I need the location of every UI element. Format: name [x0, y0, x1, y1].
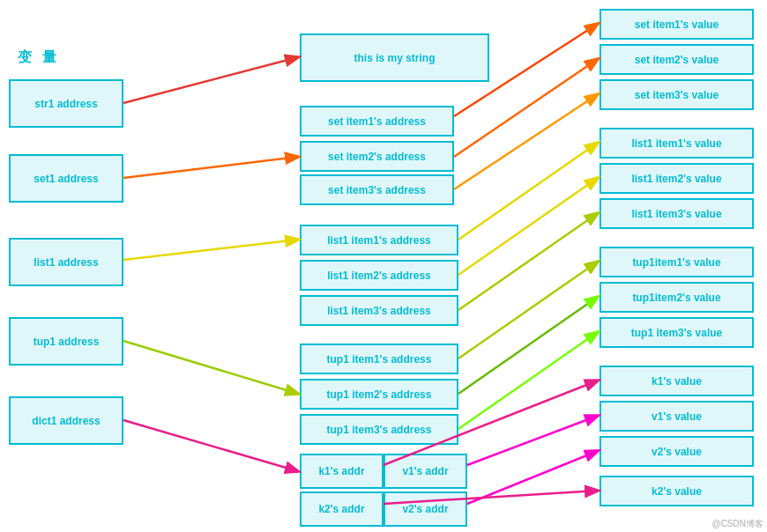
svg-line-4 [123, 420, 298, 471]
rdict-v1-box: v1's value [599, 401, 754, 432]
svg-line-8 [458, 143, 598, 240]
var-set1: set1 address [9, 154, 123, 203]
list-item1-box: list1 item1's address [300, 225, 458, 255]
svg-line-9 [458, 178, 598, 275]
watermark: @CSDN博客 [712, 518, 764, 530]
svg-line-13 [458, 332, 598, 429]
svg-line-3 [123, 341, 298, 394]
svg-line-12 [458, 297, 598, 394]
rtup-item1-box: tup1item1's value [599, 247, 754, 277]
rdict-v2-box: v2's value [599, 436, 754, 467]
dict-k1-box: k1's addr [300, 454, 384, 489]
str-val-box: this is my string [300, 33, 489, 82]
rdict-k2-box: k2's value [599, 476, 754, 506]
svg-line-1 [123, 157, 298, 178]
rtup-item2-box: tup1item2's value [599, 282, 754, 313]
dict-v1-box: v1's addr [384, 454, 467, 489]
rset-item1-box: set item1's value [599, 9, 754, 40]
svg-line-0 [123, 57, 298, 103]
dict-v2-box: v2's addr [384, 491, 467, 527]
tup-item3-box: tup1 item3's address [300, 414, 458, 445]
svg-line-15 [467, 416, 598, 465]
tup-item1-box: tup1 item1's address [300, 344, 458, 374]
tup-item2-box: tup1 item2's address [300, 379, 458, 410]
section-title: 变 量 [18, 48, 60, 67]
rlist-item3-box: list1 item3's value [599, 198, 754, 229]
var-str1: str1 address [9, 79, 123, 128]
set-item1-box: set item1's address [300, 106, 454, 137]
svg-line-7 [454, 94, 598, 189]
list-item3-box: list1 item3's address [300, 295, 458, 326]
svg-line-16 [467, 451, 598, 504]
list-item2-box: list1 item2's address [300, 260, 458, 291]
var-dict1: dict1 address [9, 396, 123, 445]
rset-item2-box: set item2's value [599, 44, 754, 75]
rset-item3-box: set item3's value [599, 79, 754, 110]
rlist-item1-box: list1 item1's value [599, 128, 754, 159]
svg-line-10 [458, 213, 598, 310]
set-item2-box: set item2's address [300, 141, 454, 172]
rtup-item3-box: tup1 item3's value [599, 317, 754, 348]
set-item3-box: set item3's address [300, 174, 454, 205]
var-tup1: tup1 address [9, 317, 123, 366]
dict-k2-box: k2's addr [300, 491, 384, 527]
rlist-item2-box: list1 item2's value [599, 163, 754, 194]
rdict-k1-box: k1's value [599, 366, 754, 396]
var-list1: list1 address [9, 238, 123, 286]
svg-line-2 [123, 240, 298, 260]
svg-line-11 [458, 262, 598, 358]
